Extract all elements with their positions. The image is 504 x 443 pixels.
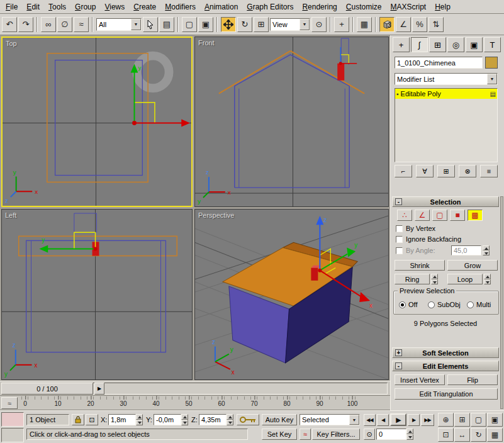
pan-view-button[interactable]: ↔ xyxy=(454,428,470,442)
menu-item-file[interactable]: File xyxy=(1,1,22,13)
maximize-viewport-toggle[interactable]: ▦ xyxy=(487,428,503,442)
by-angle-checkbox[interactable] xyxy=(396,247,403,254)
zoom-extents-button[interactable]: ▢ xyxy=(471,413,486,427)
go-to-end-button[interactable]: ▶▶ xyxy=(421,414,434,426)
loop-button[interactable]: Loop xyxy=(447,274,483,284)
edit-elements-rollout-header[interactable]: - Edit Elements xyxy=(392,361,499,371)
undo-button[interactable]: ↶ xyxy=(2,17,17,32)
y-coordinate-field[interactable]: -0,0m xyxy=(154,414,181,425)
menu-item-rendering[interactable]: Rendering xyxy=(298,1,341,13)
key-filter-curve-button[interactable]: ≈ xyxy=(300,429,311,440)
modifier-stack-row-editable-poly[interactable]: ▪ Editable Poly ▤ xyxy=(395,89,497,99)
viewport-perspective[interactable]: Perspective xyxy=(194,209,389,380)
viewport-front[interactable]: Front xyxy=(194,36,389,207)
viewport-perspective-label[interactable]: Perspective xyxy=(198,211,234,219)
soft-selection-rollout-header[interactable]: + Soft Selection xyxy=(392,347,499,358)
by-angle-field[interactable]: 45,0 xyxy=(451,245,481,255)
menu-item-animation[interactable]: Animation xyxy=(200,1,242,13)
unlink-selection-button[interactable]: ∅ xyxy=(57,17,72,32)
x-coordinate-field[interactable]: 1,8m xyxy=(108,414,136,425)
zoom-all-button[interactable]: ⊞ xyxy=(454,413,470,427)
ignore-backfacing-checkbox[interactable] xyxy=(396,236,403,243)
preview-subobj-option[interactable]: SubObj xyxy=(428,301,461,308)
set-key-button[interactable]: Set Key xyxy=(262,429,297,440)
angle-snap-button[interactable]: ∠ xyxy=(396,17,411,32)
z-coordinate-field[interactable]: 4,35m xyxy=(199,414,227,425)
show-end-result-button[interactable]: ∀ xyxy=(416,165,434,177)
use-pivot-center-button[interactable]: ⊙ xyxy=(311,17,327,32)
selection-set-dropdown[interactable]: Selected xyxy=(300,414,360,425)
window-crossing-button[interactable]: ▣ xyxy=(198,17,213,32)
tab-utilities[interactable]: T xyxy=(484,37,501,52)
select-and-link-button[interactable]: ∞ xyxy=(41,17,56,32)
house-wireframe-front[interactable] xyxy=(219,38,364,188)
select-and-move-button[interactable] xyxy=(221,17,236,32)
loop-spinner[interactable] xyxy=(484,274,491,284)
dropdown-arrow-icon[interactable] xyxy=(131,19,141,30)
select-by-name-button[interactable]: ▤ xyxy=(159,17,174,32)
track-bar[interactable]: ≈ 0 10 20 30 40 50 60 70 80 90 100 xyxy=(0,395,390,410)
insert-vertex-button[interactable]: Insert Vertex xyxy=(395,374,445,385)
edit-triangulation-button[interactable]: Edit Triangulation xyxy=(395,388,498,400)
select-and-rotate-button[interactable]: ↻ xyxy=(237,17,252,32)
zoom-region-button[interactable]: ⊡ xyxy=(438,428,454,442)
reference-coordinate-system-dropdown[interactable]: View xyxy=(270,18,310,31)
collapse-icon[interactable]: - xyxy=(395,362,402,369)
modifier-list-dropdown[interactable]: Modifier List xyxy=(395,73,498,85)
select-and-manipulate-button[interactable]: + xyxy=(334,17,349,32)
move-gizmo-left[interactable]: y xyxy=(39,232,97,252)
tab-motion[interactable]: ◎ xyxy=(447,37,464,52)
tab-create[interactable]: + xyxy=(393,37,410,52)
grow-button[interactable]: Grow xyxy=(447,260,498,271)
flip-button[interactable]: Flip xyxy=(447,374,498,385)
absolute-offset-mode-toggle[interactable]: ⊡ xyxy=(86,414,98,425)
next-frame-button[interactable]: ▶ xyxy=(408,414,420,426)
time-slider-next-button[interactable]: ▶ xyxy=(94,383,104,395)
mini-curve-editor-button[interactable]: ≈ xyxy=(1,397,18,409)
zoom-extents-all-button[interactable]: ▣ xyxy=(487,413,503,427)
selection-rollout-header[interactable]: - Selection xyxy=(392,196,499,207)
x-coordinate-spinner[interactable] xyxy=(136,414,143,425)
ring-button[interactable]: Ring xyxy=(395,274,430,284)
polygon-mode-button[interactable]: ■ xyxy=(450,210,465,221)
set-keys-button[interactable] xyxy=(237,414,259,425)
current-frame-spinner[interactable] xyxy=(406,429,413,440)
object-name-field[interactable]: 1_0100_Chimenea xyxy=(395,57,483,69)
menu-item-modifiers[interactable]: Modifiers xyxy=(160,1,200,13)
expand-icon[interactable]: + xyxy=(395,349,402,356)
track-selection-swatch[interactable] xyxy=(1,412,24,427)
preview-multi-radio[interactable] xyxy=(467,301,474,308)
select-and-scale-button[interactable]: ⊞ xyxy=(254,17,269,32)
bind-to-space-warp-button[interactable]: ≈ xyxy=(74,17,89,32)
configure-modifier-sets-button[interactable]: ≡ xyxy=(480,165,498,177)
border-mode-button[interactable]: ▢ xyxy=(432,210,447,221)
preview-off-option[interactable]: Off xyxy=(399,301,417,308)
menu-item-tools[interactable]: Tools xyxy=(44,1,70,13)
viewport-top[interactable]: Top y xyxy=(1,36,193,207)
selection-filter-dropdown[interactable]: All xyxy=(96,18,142,31)
menu-item-graph-editors[interactable]: Graph Editors xyxy=(242,1,298,13)
shrink-button[interactable]: Shrink xyxy=(395,260,445,271)
menu-item-views[interactable]: Views xyxy=(100,1,129,13)
vertex-mode-button[interactable]: ∴ xyxy=(397,210,412,221)
keyboard-shortcut-override-button[interactable]: ▦ xyxy=(357,17,372,32)
viewport-left-label[interactable]: Left xyxy=(5,211,16,219)
previous-frame-button[interactable]: ◀ xyxy=(377,414,389,426)
time-slider-handle[interactable]: 0 / 100 xyxy=(1,383,93,395)
command-panel-scrollbar[interactable] xyxy=(500,196,503,409)
z-coordinate-spinner[interactable] xyxy=(227,414,233,425)
snaps-toggle-button[interactable]: 3 xyxy=(379,17,395,32)
menu-item-customize[interactable]: Customize xyxy=(342,1,386,13)
arc-rotate-button[interactable]: ↻ xyxy=(471,428,486,442)
preview-multi-option[interactable]: Multi xyxy=(467,301,491,308)
viewport-top-label[interactable]: Top xyxy=(6,40,17,47)
object-color-swatch[interactable] xyxy=(485,57,498,69)
house-wireframe-left[interactable] xyxy=(19,213,177,352)
preview-subobj-radio[interactable] xyxy=(428,301,435,308)
pin-stack-button[interactable]: ⌐ xyxy=(395,165,412,177)
menu-item-help[interactable]: Help xyxy=(430,1,455,13)
modifier-stack[interactable]: ▪ Editable Poly ▤ xyxy=(395,88,498,162)
redo-button[interactable]: ↷ xyxy=(18,17,33,32)
tab-hierarchy[interactable]: ⊞ xyxy=(429,37,446,52)
key-filters-button[interactable]: Key Filters... xyxy=(312,429,360,440)
